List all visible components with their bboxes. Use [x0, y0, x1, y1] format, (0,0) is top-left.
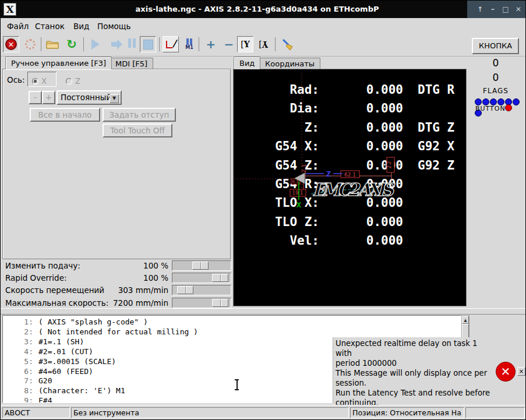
- toolbar-separator: [159, 37, 160, 51]
- dro-row: Rad:0.000DTG R: [234, 80, 466, 99]
- error-popup: Unexpected realtime delay on task 1 with…: [333, 337, 526, 403]
- slider-handle[interactable]: [177, 286, 193, 294]
- popup-close-button[interactable]: ×: [517, 367, 525, 376]
- set-offset-button[interactable]: Задать отступ: [103, 108, 176, 122]
- tab-manual-control[interactable]: Ручное управление [F3]: [5, 57, 112, 69]
- button-led: [505, 104, 512, 111]
- shade-window-button[interactable]: ↑: [474, 3, 486, 15]
- tab-preview[interactable]: Вид: [234, 57, 260, 69]
- dro-row: G54 X:0.000G92 X: [234, 137, 466, 156]
- flag-led: [513, 98, 520, 105]
- toolbar: ✕ ↻ /: [1, 34, 525, 57]
- gcode-line[interactable]: 2:( Not intended for actual milling ): [3, 327, 461, 337]
- rapid-override-slider[interactable]: [172, 273, 231, 283]
- jog-minus-button[interactable]: -: [29, 91, 42, 104]
- radio-icon: [32, 78, 38, 84]
- tab-mdi[interactable]: MDI [F5]: [110, 58, 153, 69]
- tab-dro[interactable]: Координаты: [259, 58, 320, 69]
- error-popup-text: Unexpected realtime delay on task 1 with…: [336, 338, 493, 408]
- error-icon: ✕: [496, 362, 516, 382]
- button-led-label: BUTTON: [475, 105, 506, 112]
- status-extra-field: [465, 407, 525, 418]
- axis-x-radio[interactable]: X: [32, 75, 47, 86]
- maximize-window-button[interactable]: □: [500, 3, 511, 15]
- view-y-icon: [Y: [241, 40, 249, 49]
- scroll-up-icon[interactable]: ▲: [462, 316, 469, 324]
- folder-icon: [46, 39, 59, 50]
- dro-readout: Rad:0.000DTG R Dia:0.000 Z:0.000DTG Z G5…: [234, 80, 466, 250]
- reload-button[interactable]: ↻: [63, 36, 80, 52]
- zoom-in-icon: +: [206, 38, 216, 50]
- status-bar: АВОСТ Без инструмента Позиция: Относител…: [1, 405, 525, 420]
- step-button[interactable]: [106, 36, 122, 52]
- minimize-window-button[interactable]: –: [487, 3, 499, 15]
- slider-handle[interactable]: [192, 262, 209, 270]
- manual-control-panel: Ось: X Z - + Постоянный ▼ Все в начало З…: [2, 69, 231, 259]
- axis-z-radio[interactable]: Z: [66, 75, 80, 86]
- run-button[interactable]: [87, 36, 104, 52]
- zoom-out-icon: −: [224, 38, 234, 50]
- menu-file[interactable]: Файл: [3, 18, 32, 34]
- close-window-button[interactable]: ✕: [513, 3, 524, 15]
- rapid-override-label: Rapid Override:: [5, 273, 67, 283]
- jog-speed-value: 303 mm/min: [88, 285, 168, 295]
- jog-plus-button[interactable]: +: [42, 91, 55, 104]
- skip-lines-toggle[interactable]: /: [163, 36, 179, 52]
- clear-plot-button[interactable]: [279, 36, 295, 52]
- toolbar-separator: [275, 37, 276, 51]
- zoom-out-button[interactable]: −: [221, 36, 237, 52]
- dro-row: G54 R:0.000: [234, 175, 466, 193]
- menu-bar: Файл Станок Вид Помощь: [1, 18, 525, 35]
- preview-area[interactable]: Rad:0.000DTG R Dia:0.000 Z:0.000DTG Z G5…: [233, 69, 467, 306]
- menu-view[interactable]: Вид: [70, 18, 93, 34]
- open-file-button[interactable]: [44, 36, 61, 52]
- view-y2-toggle[interactable]: [Y: [255, 36, 271, 52]
- pause-button[interactable]: [123, 36, 140, 52]
- gcode-line[interactable]: 1:( AXIS "splash g-code" ): [3, 317, 461, 327]
- stop-icon: [143, 40, 153, 50]
- slider-handle[interactable]: [212, 274, 228, 282]
- title-bar[interactable]: X axis-lathe.ngc - AXIS 2.8.2-11-g6a3d0a…: [1, 1, 525, 18]
- dro-row: G54 Z:0.000G92 Z: [234, 156, 466, 175]
- home-all-button[interactable]: Все в начало: [30, 108, 100, 122]
- text-cursor: [234, 379, 239, 390]
- machine-power-button[interactable]: [22, 36, 38, 52]
- toolbar-separator: [199, 37, 199, 51]
- max-velocity-value: 7200 mm/min: [88, 298, 168, 308]
- dro-row: Dia:0.000: [234, 99, 466, 118]
- reload-icon: ↻: [66, 38, 77, 50]
- view-y-toggle[interactable]: [Y: [237, 36, 253, 52]
- dro-row: Z:0.000DTG Z: [234, 118, 466, 137]
- estop-icon: ✕: [5, 38, 17, 50]
- max-velocity-slider[interactable]: [172, 298, 231, 308]
- optional-pause-toggle[interactable]: M1: [181, 36, 197, 52]
- view-y2-icon: [Y: [259, 40, 267, 49]
- paned-window-sash[interactable]: [1, 308, 525, 315]
- estop-button[interactable]: ✕: [3, 36, 19, 52]
- menu-help[interactable]: Помощь: [94, 18, 135, 34]
- jog-speed-slider[interactable]: [172, 285, 231, 295]
- status-position-mode: Позиция: Относительная На: [350, 407, 464, 418]
- feed-override-value: 100 %: [88, 261, 168, 270]
- pyvcp-number-2: 0: [469, 72, 522, 83]
- dro-row: TLO Z:0.000: [234, 213, 466, 231]
- slider-handle[interactable]: [212, 299, 228, 307]
- axis-main-window: X axis-lathe.ngc - AXIS 2.8.2-11-g6a3d0a…: [0, 0, 526, 420]
- stop-button[interactable]: [140, 36, 156, 52]
- zoom-in-button[interactable]: +: [203, 36, 219, 52]
- m1-pause-icon: M1: [185, 38, 193, 50]
- flags-label: FLAGS: [469, 87, 522, 95]
- step-icon: [111, 42, 117, 47]
- toolbar-separator: [83, 37, 84, 51]
- jog-mode-dropdown[interactable]: Постоянный ▼: [57, 90, 122, 105]
- power-icon: [25, 39, 36, 50]
- feed-override-slider[interactable]: [172, 260, 231, 271]
- status-tool-info: Без инструмента: [71, 407, 349, 418]
- dro-row: TLO X:0.000: [234, 193, 466, 212]
- tool-touch-off-button[interactable]: Tool Touch Off: [103, 123, 172, 137]
- window-title: axis-lathe.ngc - AXIS 2.8.2-11-g6a3d0a43…: [59, 1, 456, 18]
- custom-knopka-button[interactable]: КНОПКА: [472, 38, 519, 54]
- x11-logo-icon: X: [3, 3, 16, 16]
- pause-icon: [127, 38, 136, 50]
- menu-machine[interactable]: Станок: [31, 18, 68, 34]
